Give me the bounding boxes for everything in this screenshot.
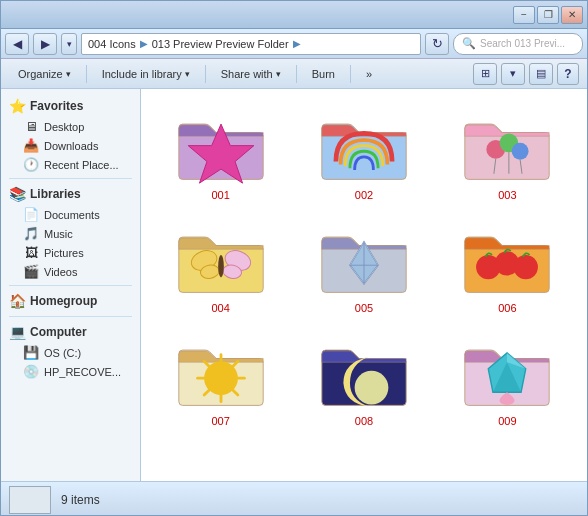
folder-icon-003 (457, 110, 557, 185)
videos-label: Videos (44, 266, 77, 278)
folder-item-002[interactable]: 002 (296, 103, 431, 208)
favorites-icon: ⭐ (9, 98, 26, 114)
hp-label: HP_RECOVE... (44, 366, 121, 378)
folder-label-008: 008 (355, 415, 373, 427)
organize-label: Organize (18, 68, 63, 80)
folder-item-001[interactable]: 001 (153, 103, 288, 208)
back-button[interactable]: ◀ (5, 33, 29, 55)
folder-item-009[interactable]: 009 (440, 329, 575, 434)
sidebar-item-music[interactable]: 🎵 Music (1, 224, 140, 243)
folder-grid: 001 002 (149, 99, 579, 438)
search-icon: 🔍 (462, 37, 476, 50)
view-button[interactable]: ⊞ (473, 63, 497, 85)
close-button[interactable]: ✕ (561, 6, 583, 24)
libraries-label: Libraries (30, 187, 81, 201)
computer-icon: 💻 (9, 324, 26, 340)
window-controls: − ❐ ✕ (513, 6, 583, 24)
sidebar-item-documents[interactable]: 📄 Documents (1, 205, 140, 224)
toolbar: Organize ▾ Include in library ▾ Share wi… (1, 59, 587, 89)
sidebar-item-recent[interactable]: 🕐 Recent Place... (1, 155, 140, 174)
folder-item-008[interactable]: 008 (296, 329, 431, 434)
music-icon: 🎵 (23, 226, 39, 241)
folder-label-006: 006 (498, 302, 516, 314)
libraries-icon: 📚 (9, 186, 26, 202)
libraries-group[interactable]: 📚 Libraries (1, 183, 140, 205)
sidebar-item-videos[interactable]: 🎬 Videos (1, 262, 140, 281)
folder-icon-008 (314, 336, 414, 411)
share-dropdown-icon: ▾ (276, 69, 281, 79)
toolbar-sep-3 (296, 65, 297, 83)
folder-icon-009 (457, 336, 557, 411)
svg-point-11 (218, 255, 224, 278)
downloads-icon: 📥 (23, 138, 39, 153)
include-dropdown-icon: ▾ (185, 69, 190, 79)
organize-dropdown-icon: ▾ (66, 69, 71, 79)
minimize-button[interactable]: − (513, 6, 535, 24)
main-area: ⭐ Favorites 🖥 Desktop 📥 Downloads 🕐 Rece… (1, 89, 587, 481)
desktop-label: Desktop (44, 121, 84, 133)
more-button[interactable]: » (357, 63, 381, 85)
osc-icon: 💾 (23, 345, 39, 360)
sidebar-divider-1 (9, 178, 132, 179)
folder-label-007: 007 (211, 415, 229, 427)
folder-item-004[interactable]: 004 (153, 216, 288, 321)
view-dropdown-button[interactable]: ▾ (501, 63, 525, 85)
content-area: 001 002 (141, 89, 587, 481)
forward-button[interactable]: ▶ (33, 33, 57, 55)
folder-label-005: 005 (355, 302, 373, 314)
svg-point-3 (512, 143, 529, 160)
folder-label-001: 001 (211, 189, 229, 201)
svg-point-28 (355, 371, 389, 405)
help-button[interactable]: ? (557, 63, 579, 85)
path-arrow-1: ▶ (140, 38, 148, 49)
homegroup-group[interactable]: 🏠 Homegroup (1, 290, 140, 312)
favorites-group[interactable]: ⭐ Favorites (1, 95, 140, 117)
view-icon: ⊞ (481, 67, 490, 80)
libraries-section: 📚 Libraries 📄 Documents 🎵 Music 🖼 Pictur… (1, 183, 140, 281)
computer-section: 💻 Computer 💾 OS (C:) 💿 HP_RECOVE... (1, 321, 140, 381)
restore-button[interactable]: ❐ (537, 6, 559, 24)
sidebar-item-osc[interactable]: 💾 OS (C:) (1, 343, 140, 362)
status-count: 9 items (61, 493, 100, 507)
sidebar-item-desktop[interactable]: 🖥 Desktop (1, 117, 140, 136)
documents-label: Documents (44, 209, 100, 221)
sidebar-item-hp[interactable]: 💿 HP_RECOVE... (1, 362, 140, 381)
homegroup-icon: 🏠 (9, 293, 26, 309)
homegroup-label: Homegroup (30, 294, 97, 308)
sidebar: ⭐ Favorites 🖥 Desktop 📥 Downloads 🕐 Rece… (1, 89, 141, 481)
share-with-button[interactable]: Share with ▾ (212, 63, 290, 85)
organize-button[interactable]: Organize ▾ (9, 63, 80, 85)
toolbar-sep-1 (86, 65, 87, 83)
refresh-button[interactable]: ↻ (425, 33, 449, 55)
toolbar-sep-4 (350, 65, 351, 83)
folder-item-006[interactable]: 006 (440, 216, 575, 321)
search-box[interactable]: 🔍 Search 013 Previ... (453, 33, 583, 55)
folder-item-007[interactable]: 007 (153, 329, 288, 434)
computer-group[interactable]: 💻 Computer (1, 321, 140, 343)
homegroup-section: 🏠 Homegroup (1, 290, 140, 312)
address-bar: ◀ ▶ ▾ 004 Icons ▶ 013 Preview Preview Fo… (1, 29, 587, 59)
folder-icon-006 (457, 223, 557, 298)
folder-item-005[interactable]: 005 (296, 216, 431, 321)
desktop-icon: 🖥 (23, 119, 39, 134)
sidebar-divider-3 (9, 316, 132, 317)
folder-icon-005 (314, 223, 414, 298)
path-arrow-2: ▶ (293, 38, 301, 49)
favorites-label: Favorites (30, 99, 83, 113)
nav-dropdown-button[interactable]: ▾ (61, 33, 77, 55)
sidebar-item-pictures[interactable]: 🖼 Pictures (1, 243, 140, 262)
path-part-1: 004 Icons (88, 38, 136, 50)
folder-label-003: 003 (498, 189, 516, 201)
videos-icon: 🎬 (23, 264, 39, 279)
details-pane-button[interactable]: ▤ (529, 63, 553, 85)
include-in-library-button[interactable]: Include in library ▾ (93, 63, 199, 85)
address-path[interactable]: 004 Icons ▶ 013 Preview Preview Folder ▶ (81, 33, 421, 55)
sidebar-item-downloads[interactable]: 📥 Downloads (1, 136, 140, 155)
burn-button[interactable]: Burn (303, 63, 344, 85)
svg-point-18 (514, 255, 538, 279)
folder-item-003[interactable]: 003 (440, 103, 575, 208)
pictures-icon: 🖼 (23, 245, 39, 260)
osc-label: OS (C:) (44, 347, 81, 359)
status-bar: 9 items (1, 481, 587, 516)
pictures-label: Pictures (44, 247, 84, 259)
